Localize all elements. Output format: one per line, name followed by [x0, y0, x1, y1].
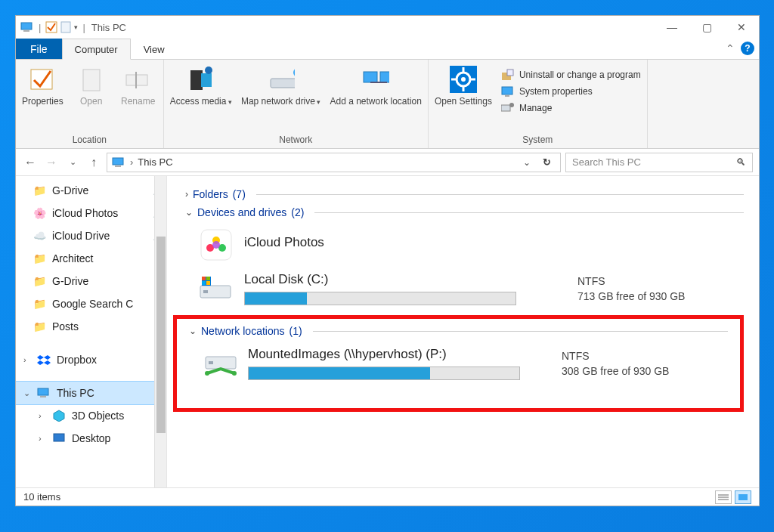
- sidebar-item-google-search[interactable]: 📁Google Search C: [16, 292, 166, 315]
- svg-rect-1: [23, 30, 29, 32]
- disk-usage-bar: [248, 367, 520, 380]
- svg-rect-8: [190, 70, 203, 90]
- address-dropdown[interactable]: ⌄: [520, 157, 534, 168]
- drive-icon: [199, 271, 234, 306]
- properties-qat-icon[interactable]: [45, 21, 57, 33]
- sidebar-item-architect[interactable]: 📁Architect: [16, 247, 166, 270]
- ribbon: Properties Open Rename Location Access m…: [16, 60, 759, 149]
- close-button[interactable]: ✕: [724, 16, 759, 39]
- svg-rect-24: [507, 70, 513, 76]
- ribbon-group-location: Properties Open Rename Location: [16, 60, 164, 148]
- svg-point-48: [205, 371, 209, 376]
- sidebar-item-this-pc[interactable]: ⌄ This PC: [16, 382, 166, 404]
- uninstall-program-button[interactable]: Uninstall or change a program: [501, 69, 641, 81]
- svg-rect-42: [202, 277, 206, 280]
- sidebar-item-gdrive[interactable]: 📁G-Drive: [16, 179, 166, 202]
- titlebar: | ▾ | This PC — ▢ ✕: [16, 16, 759, 39]
- ribbon-group-network: Access media Map network drive Add a net…: [164, 60, 429, 148]
- svg-rect-33: [54, 434, 64, 441]
- access-media-button[interactable]: Access media: [170, 66, 232, 107]
- quick-access-toolbar: | ▾ |: [20, 21, 87, 33]
- search-input[interactable]: Search This PC 🔍︎: [565, 153, 753, 172]
- sidebar-item-gdrive2[interactable]: 📁G-Drive: [16, 270, 166, 292]
- refresh-button[interactable]: ↻: [538, 156, 556, 168]
- collapse-ribbon-icon[interactable]: ⌃: [726, 42, 735, 54]
- svg-point-10: [205, 66, 212, 74]
- tab-view[interactable]: View: [131, 39, 178, 59]
- section-devices[interactable]: ⌄ Devices and drives (2): [185, 206, 744, 218]
- svg-rect-0: [21, 23, 32, 29]
- svg-rect-11: [271, 79, 295, 88]
- recent-locations-button[interactable]: ⌄: [64, 157, 81, 167]
- navigation-pane[interactable]: 📁G-Drive 🌸iCloud Photos ☁️iCloud Drive 📁…: [16, 176, 167, 487]
- svg-rect-13: [364, 72, 377, 82]
- svg-rect-43: [206, 277, 210, 280]
- open-button: Open: [73, 66, 110, 107]
- item-mounted-images[interactable]: MountedImages (\\hypervhost) (P:) NTFS 3…: [189, 342, 728, 385]
- sidebar-scrollbar[interactable]: [154, 176, 166, 487]
- details-view-button[interactable]: [715, 490, 732, 504]
- pc-icon: [20, 21, 34, 33]
- add-network-location-button[interactable]: Add a network location: [330, 66, 421, 107]
- svg-point-18: [461, 77, 466, 82]
- svg-rect-14: [380, 72, 389, 82]
- address-bar[interactable]: › This PC ⌄ ↻: [107, 153, 561, 172]
- svg-rect-32: [40, 396, 46, 397]
- properties-button[interactable]: Properties: [22, 66, 63, 107]
- svg-rect-44: [202, 281, 206, 285]
- svg-point-12: [293, 68, 295, 77]
- minimize-button[interactable]: —: [655, 16, 689, 39]
- help-icon[interactable]: ?: [741, 42, 754, 55]
- tab-computer[interactable]: Computer: [62, 39, 131, 60]
- maximize-button[interactable]: ▢: [689, 16, 724, 39]
- svg-rect-5: [83, 70, 100, 91]
- highlighted-region: ⌄ Network locations (1) MountedImages (\…: [173, 315, 744, 412]
- section-network-locations[interactable]: ⌄ Network locations (1): [189, 325, 728, 337]
- section-folders[interactable]: › Folders (7): [185, 188, 744, 200]
- thumbnails-view-button[interactable]: [735, 490, 751, 504]
- svg-rect-7: [135, 72, 137, 88]
- address-location: This PC: [138, 156, 172, 168]
- status-bar: 10 items: [16, 487, 759, 506]
- new-qat-icon[interactable]: [60, 21, 71, 33]
- up-button[interactable]: ↑: [85, 156, 102, 169]
- system-properties-button[interactable]: System properties: [501, 85, 641, 97]
- svg-point-28: [509, 103, 514, 107]
- sidebar-item-desktop[interactable]: › Desktop: [16, 427, 166, 450]
- svg-rect-27: [501, 105, 510, 111]
- icloud-photos-icon: [199, 227, 234, 262]
- sidebar-item-3d-objects[interactable]: › 3D Objects: [16, 404, 166, 427]
- ribbon-group-system: Open Settings Uninstall or change a prog…: [429, 60, 648, 148]
- qat-dropdown[interactable]: ▾: [74, 23, 78, 31]
- svg-rect-26: [505, 95, 509, 97]
- svg-rect-3: [61, 22, 70, 32]
- open-settings-button[interactable]: Open Settings: [435, 66, 492, 107]
- window-title: This PC: [91, 22, 126, 33]
- rename-button: Rename: [119, 66, 157, 107]
- tab-file[interactable]: File: [16, 39, 62, 59]
- ribbon-tabs: File Computer View ⌃ ?: [16, 39, 759, 60]
- forward-button: →: [43, 156, 60, 169]
- item-icloud-photos[interactable]: iCloud Photos: [185, 223, 744, 267]
- pc-icon: [112, 157, 125, 168]
- sidebar-item-icloud-photos[interactable]: 🌸iCloud Photos: [16, 202, 166, 224]
- sidebar-item-posts[interactable]: 📁Posts: [16, 315, 166, 338]
- svg-rect-31: [38, 388, 48, 395]
- svg-rect-25: [502, 87, 512, 94]
- item-count: 10 items: [23, 491, 60, 503]
- svg-rect-47: [209, 361, 213, 364]
- manage-button[interactable]: Manage: [501, 102, 641, 114]
- disk-usage-bar: [244, 292, 516, 305]
- back-button[interactable]: ←: [22, 156, 39, 169]
- map-network-drive-button[interactable]: Map network drive: [241, 66, 321, 107]
- item-local-disk[interactable]: Local Disk (C:) NTFS 713 GB free of 930 …: [185, 267, 744, 311]
- content-pane[interactable]: › Folders (7) ⌄ Devices and drives (2) i…: [167, 176, 759, 487]
- explorer-window: | ▾ | This PC — ▢ ✕ File Computer View ⌃…: [15, 15, 760, 506]
- sidebar-item-dropbox[interactable]: › Dropbox: [16, 348, 166, 371]
- svg-point-38: [212, 241, 220, 249]
- sidebar-item-icloud-drive[interactable]: ☁️iCloud Drive: [16, 224, 166, 247]
- svg-rect-45: [206, 281, 210, 285]
- network-drive-icon: [203, 346, 237, 381]
- svg-rect-30: [115, 165, 121, 167]
- svg-point-49: [232, 371, 237, 376]
